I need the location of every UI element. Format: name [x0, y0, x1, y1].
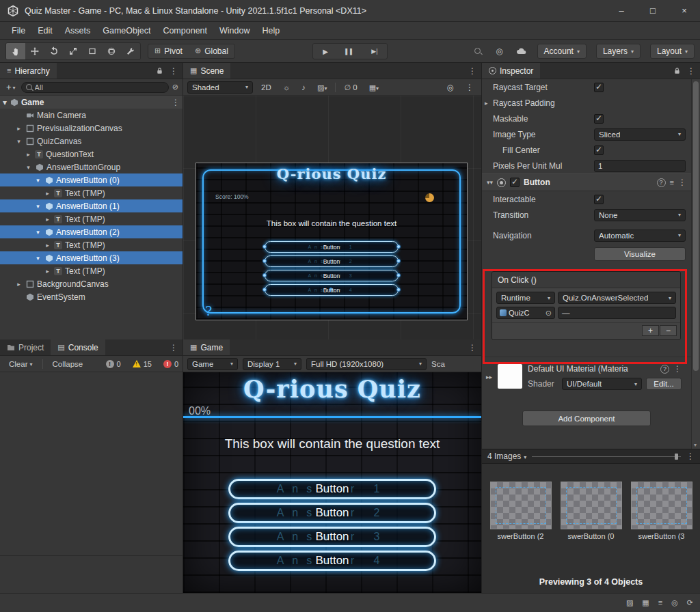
console-status-icon[interactable] — [658, 599, 662, 607]
menu-item-assets[interactable]: Assets — [59, 23, 97, 38]
hierarchy-item-text-tmp-2[interactable]: T Text (TMP) — [0, 238, 183, 251]
step-button[interactable] — [362, 44, 387, 59]
expand-arrow[interactable] — [25, 151, 32, 158]
play-button[interactable] — [313, 44, 338, 59]
move-tool-button[interactable] — [25, 43, 44, 59]
add-event-button[interactable]: + — [642, 325, 659, 336]
hierarchy-item-answer-button-0[interactable]: AnswerButton (0) — [0, 173, 183, 186]
preview-size-slider[interactable] — [532, 456, 681, 457]
help-icon[interactable] — [660, 365, 669, 374]
expand-arrow[interactable] — [34, 229, 42, 236]
account-dropdown[interactable]: Account — [537, 44, 587, 59]
hierarchy-item-question-text[interactable]: T QuestionText — [0, 148, 183, 161]
game-menu-icon[interactable] — [468, 344, 476, 352]
edit-material-button[interactable]: Edit... — [646, 378, 682, 390]
expand-arrow[interactable] — [15, 281, 23, 288]
2d-toggle[interactable]: 2D — [258, 83, 275, 92]
expand-arrow[interactable] — [25, 164, 32, 171]
scene-toolbar-menu-icon[interactable] — [462, 82, 477, 93]
raycast-target-checkbox[interactable] — [594, 83, 604, 92]
scene-viewport[interactable]: Q-rious Quiz Score: 100% This box will c… — [183, 96, 481, 339]
fill-center-checkbox[interactable] — [594, 145, 604, 155]
maximize-button[interactable]: □ — [637, 0, 669, 21]
console-menu-icon[interactable] — [170, 344, 178, 352]
component-foldout[interactable]: ▾ — [487, 179, 493, 186]
hierarchy-item-answer-button-group[interactable]: AnswerButtonGroup — [0, 161, 183, 173]
warning-badge[interactable]: 15 — [133, 360, 152, 368]
info-badge[interactable]: 0 — [106, 360, 121, 368]
expand-arrow[interactable] — [15, 125, 23, 132]
maskable-checkbox[interactable] — [594, 114, 604, 124]
game-answer-button-3[interactable]: Answer 3 Button — [228, 527, 436, 547]
scene-answer-button-4[interactable]: Answer 4 Button — [265, 284, 399, 296]
hierarchy-item-text-tmp-0[interactable]: T Text (TMP) — [0, 186, 183, 199]
ppu-input[interactable] — [594, 160, 686, 172]
preview-item-2[interactable]: swerButton (0 — [561, 482, 622, 540]
search-filter-icon[interactable]: ⊘ — [172, 83, 178, 91]
hidden-objects-toggle[interactable]: 0 — [340, 83, 360, 92]
button-component-header[interactable]: ▾ Button — [482, 173, 691, 191]
add-component-button[interactable]: Add Component — [522, 411, 651, 426]
runtime-dropdown[interactable]: Runtime — [496, 292, 555, 304]
lighting-toggle-icon[interactable] — [280, 83, 294, 92]
scene-menu-icon[interactable] — [468, 67, 476, 75]
tab-inspector[interactable]: Inspector — [482, 63, 540, 79]
scene-header-row[interactable]: Game — [0, 96, 183, 109]
hierarchy-item-previsualization-canvas[interactable]: PrevisualizationCanvas — [0, 122, 183, 135]
resolution-dropdown[interactable]: Full HD (1920x1080) — [306, 358, 427, 370]
shader-dropdown[interactable]: UI/Default — [562, 378, 642, 390]
custom-tool-button[interactable] — [121, 43, 140, 59]
error-badge[interactable]: 0 — [163, 360, 178, 368]
transition-dropdown[interactable]: None — [594, 209, 686, 221]
activity-status-icon[interactable] — [671, 599, 678, 607]
menu-item-edit[interactable]: Edit — [31, 23, 59, 38]
material-foldout[interactable]: ▸ — [486, 374, 492, 380]
presets-icon[interactable] — [670, 179, 674, 186]
tab-console[interactable]: Console — [51, 339, 105, 355]
object-picker-icon[interactable] — [546, 309, 552, 317]
images-count-dropdown[interactable]: 4 Images — [487, 451, 526, 461]
minimize-button[interactable]: – — [606, 0, 637, 21]
lighting-status-icon[interactable] — [626, 599, 633, 607]
tab-game[interactable]: Game — [183, 339, 230, 355]
hierarchy-item-text-tmp-1[interactable]: T Text (TMP) — [0, 212, 183, 225]
grid-dropdown[interactable] — [366, 83, 382, 92]
hand-tool-button[interactable] — [6, 43, 25, 59]
argument-field[interactable]: — — [558, 307, 676, 319]
effects-dropdown[interactable] — [314, 83, 330, 92]
expand-arrow[interactable] — [44, 190, 51, 197]
search-input[interactable] — [35, 83, 164, 92]
shading-dropdown[interactable]: Shaded — [187, 81, 253, 94]
tab-hierarchy[interactable]: Hierarchy — [0, 63, 57, 79]
expand-arrow[interactable] — [34, 203, 42, 210]
hierarchy-item-answer-button-2[interactable]: AnswerButton (2) — [0, 225, 183, 238]
preview-menu-icon[interactable] — [686, 452, 695, 460]
lock-icon[interactable] — [156, 67, 163, 75]
scene-options-icon[interactable] — [172, 98, 180, 107]
hierarchy-item-answer-button-3[interactable]: AnswerButton (3) — [0, 251, 183, 264]
game-answer-button-4[interactable]: Answer 4 Button — [228, 551, 436, 571]
global-toggle[interactable]: ⊕ Global — [189, 44, 234, 58]
create-object-button[interactable]: + — [4, 82, 18, 92]
layers-dropdown[interactable]: Layers — [596, 44, 641, 59]
scene-answer-button-2[interactable]: Answer 2 Button — [265, 255, 399, 267]
hierarchy-item-event-system[interactable]: EventSystem — [0, 290, 183, 303]
refresh-status-icon[interactable] — [687, 599, 693, 607]
tab-project[interactable]: Project — [0, 339, 51, 355]
collapse-button[interactable]: Collapse — [48, 359, 88, 369]
rect-tool-button[interactable] — [83, 43, 102, 59]
menu-item-gameobject[interactable]: GameObject — [96, 23, 157, 38]
expand-arrow[interactable] — [15, 138, 23, 145]
interactable-checkbox[interactable] — [594, 195, 604, 204]
pause-button[interactable] — [338, 44, 362, 59]
component-menu-icon[interactable] — [678, 178, 686, 186]
quiz-canvas-preview[interactable]: Q-rious Quiz Score: 100% This box will c… — [196, 163, 468, 320]
console-log-area[interactable] — [0, 372, 183, 593]
hierarchy-item-answer-button-1[interactable]: AnswerButton (1) — [0, 199, 183, 212]
inspector-scrollbar[interactable] — [691, 79, 700, 449]
inspector-menu-icon[interactable] — [687, 67, 695, 75]
expand-arrow[interactable] — [44, 216, 51, 223]
close-button[interactable]: × — [669, 0, 700, 21]
expand-arrow[interactable] — [34, 177, 42, 184]
raycast-padding-row[interactable]: ▸ Raycast Padding — [482, 95, 691, 111]
